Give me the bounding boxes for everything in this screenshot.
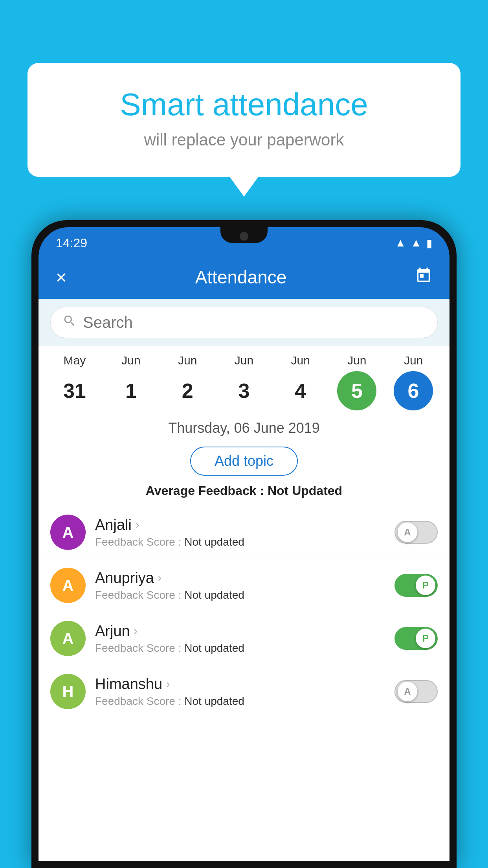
bubble-title: Smart attendance xyxy=(59,86,429,123)
cal-date-number[interactable]: 31 xyxy=(55,371,94,410)
student-item[interactable]: HHimanshu ›Feedback Score : Not updatedA xyxy=(39,665,449,718)
cal-date-number[interactable]: 4 xyxy=(281,371,320,410)
signal-icon: ▲ xyxy=(411,237,422,249)
student-avatar: A xyxy=(50,515,86,550)
student-info: Anjali ›Feedback Score : Not updated xyxy=(95,517,385,548)
cal-month-label: Jun xyxy=(347,354,366,367)
cal-month-label: May xyxy=(64,354,86,367)
toggle-switch[interactable]: A xyxy=(394,521,438,544)
feedback-value: Not updated xyxy=(184,536,244,548)
toggle-knob: P xyxy=(416,576,435,595)
cal-date-number[interactable]: 1 xyxy=(112,371,151,410)
add-topic-container: Add topic xyxy=(39,443,449,484)
student-info: Anupriya ›Feedback Score : Not updated xyxy=(95,570,385,601)
calendar-day[interactable]: Jun3 xyxy=(220,354,268,410)
calendar-day[interactable]: Jun5 xyxy=(333,354,380,410)
cal-date-number[interactable]: 2 xyxy=(168,371,207,410)
toggle-switch[interactable]: P xyxy=(394,574,438,597)
cal-month-label: Jun xyxy=(178,354,197,367)
attendance-toggle[interactable]: P xyxy=(394,574,438,597)
toggle-knob: P xyxy=(416,629,435,648)
battery-icon: ▮ xyxy=(426,237,432,250)
chevron-right-icon: › xyxy=(136,519,139,531)
status-time: 14:29 xyxy=(56,236,87,250)
student-name: Arjun › xyxy=(95,623,385,640)
student-feedback: Feedback Score : Not updated xyxy=(95,642,385,655)
attendance-toggle[interactable]: P xyxy=(394,627,438,650)
chevron-right-icon: › xyxy=(158,572,161,584)
camera-dot xyxy=(240,232,248,241)
app-content: × Attendance xyxy=(39,256,449,861)
search-container xyxy=(39,299,449,346)
calendar-icon[interactable] xyxy=(415,267,432,288)
toggle-switch[interactable]: P xyxy=(394,627,438,650)
search-icon xyxy=(62,314,77,331)
student-name: Anupriya › xyxy=(95,570,385,587)
calendar-day[interactable]: Jun2 xyxy=(164,354,211,410)
chevron-right-icon: › xyxy=(166,678,170,690)
toggle-knob: A xyxy=(398,682,417,701)
calendar-day[interactable]: Jun4 xyxy=(277,354,324,410)
calendar-strip: May31Jun1Jun2Jun3Jun4Jun5Jun6 xyxy=(39,346,449,410)
student-item[interactable]: AAnjali ›Feedback Score : Not updatedA xyxy=(39,506,449,559)
student-avatar: A xyxy=(50,621,86,656)
status-icons: ▲ ▲ ▮ xyxy=(395,237,432,250)
calendar-day[interactable]: Jun6 xyxy=(390,354,437,410)
attendance-toggle[interactable]: A xyxy=(394,521,438,544)
phone-notch xyxy=(220,227,268,243)
feedback-value: Not updated xyxy=(184,589,244,601)
speech-bubble: Smart attendance will replace your paper… xyxy=(28,63,460,177)
feedback-value: Not updated xyxy=(184,642,244,654)
cal-month-label: Jun xyxy=(291,354,310,367)
student-info: Himanshu ›Feedback Score : Not updated xyxy=(95,676,385,708)
calendar-day[interactable]: May31 xyxy=(51,354,98,410)
feedback-value: Not updated xyxy=(184,695,244,707)
phone-frame: 14:29 ▲ ▲ ▮ × Attendance xyxy=(31,220,457,868)
student-item[interactable]: AArjun ›Feedback Score : Not updatedP xyxy=(39,612,449,665)
student-info: Arjun ›Feedback Score : Not updated xyxy=(95,623,385,655)
student-list: AAnjali ›Feedback Score : Not updatedAAA… xyxy=(39,506,449,861)
calendar-day[interactable]: Jun1 xyxy=(108,354,155,410)
student-avatar: H xyxy=(50,674,86,709)
cal-month-label: Jun xyxy=(121,354,140,367)
student-item[interactable]: AAnupriya ›Feedback Score : Not updatedP xyxy=(39,559,449,612)
student-avatar: A xyxy=(50,568,86,603)
toggle-switch[interactable]: A xyxy=(394,680,438,703)
add-topic-button[interactable]: Add topic xyxy=(190,447,298,476)
cal-month-label: Jun xyxy=(235,354,253,367)
avg-feedback-label: Average Feedback : xyxy=(146,484,264,498)
search-input[interactable] xyxy=(83,314,426,331)
avg-feedback-value: Not Updated xyxy=(268,484,342,498)
student-feedback: Feedback Score : Not updated xyxy=(95,536,385,548)
student-feedback: Feedback Score : Not updated xyxy=(95,695,385,708)
app-header: × Attendance xyxy=(39,256,449,299)
avg-feedback: Average Feedback : Not Updated xyxy=(39,484,449,506)
attendance-toggle[interactable]: A xyxy=(394,680,438,703)
cal-date-number[interactable]: 6 xyxy=(394,371,433,410)
chevron-right-icon: › xyxy=(134,625,138,637)
bubble-subtitle: will replace your paperwork xyxy=(59,131,429,149)
student-name: Anjali › xyxy=(95,517,385,533)
close-button[interactable]: × xyxy=(56,267,67,288)
cal-date-number[interactable]: 5 xyxy=(337,371,376,410)
phone-inner: 14:29 ▲ ▲ ▮ × Attendance xyxy=(39,227,449,861)
toggle-knob: A xyxy=(398,522,417,542)
student-name: Himanshu › xyxy=(95,676,385,693)
date-display: Thursday, 06 June 2019 xyxy=(39,410,449,443)
student-feedback: Feedback Score : Not updated xyxy=(95,589,385,601)
cal-date-number[interactable]: 3 xyxy=(224,371,264,410)
header-title: Attendance xyxy=(195,267,287,288)
search-bar xyxy=(50,307,438,338)
wifi-icon: ▲ xyxy=(395,237,406,249)
cal-month-label: Jun xyxy=(404,354,423,367)
